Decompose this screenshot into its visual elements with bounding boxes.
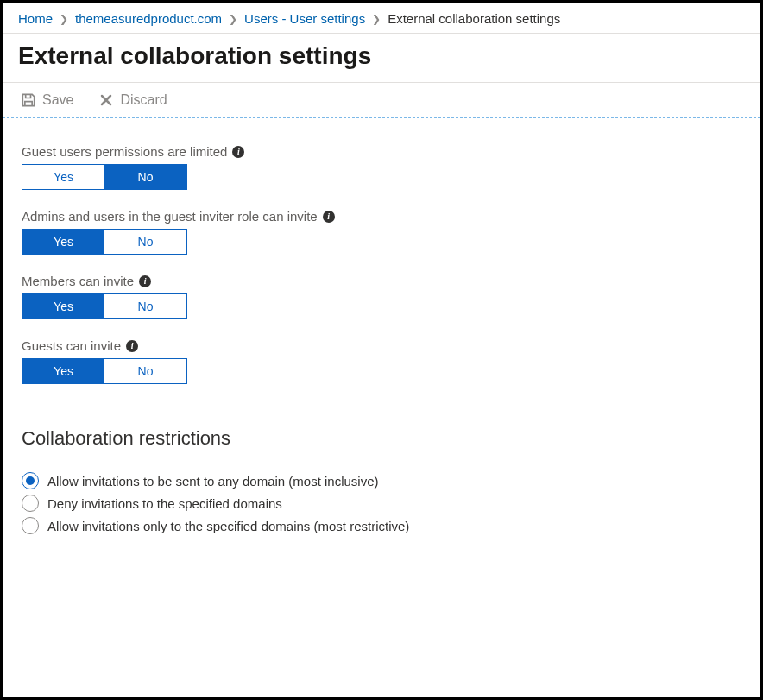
toggle-members-invite[interactable]: Yes No <box>22 293 187 319</box>
toggle-guest-permissions[interactable]: Yes No <box>22 164 187 190</box>
chevron-right-icon: ❯ <box>372 13 381 25</box>
chevron-right-icon: ❯ <box>229 13 237 25</box>
toggle-option-no[interactable]: No <box>104 359 186 383</box>
radio-icon <box>22 517 39 534</box>
radio-icon <box>22 472 39 489</box>
breadcrumb-current: External collaboration settings <box>388 11 560 26</box>
info-icon[interactable]: i <box>126 340 138 352</box>
toolbar: Save Discard <box>3 83 760 117</box>
collaboration-restrictions-group: Allow invitations to be sent to any doma… <box>22 472 741 534</box>
save-button[interactable]: Save <box>20 91 73 109</box>
discard-button-label: Discard <box>120 92 167 108</box>
info-icon[interactable]: i <box>139 275 151 287</box>
toggle-option-no[interactable]: No <box>104 230 186 254</box>
breadcrumb-home[interactable]: Home <box>18 11 53 26</box>
radio-icon <box>22 495 39 512</box>
chevron-right-icon: ❯ <box>60 13 68 25</box>
setting-label: Guests can invite <box>22 338 121 353</box>
radio-allow-only-specified-domains[interactable]: Allow invitations only to the specified … <box>22 517 741 534</box>
save-icon <box>20 91 37 109</box>
info-icon[interactable]: i <box>232 146 244 158</box>
page-title: External collaboration settings <box>3 34 760 82</box>
breadcrumb-users[interactable]: Users - User settings <box>244 11 365 26</box>
setting-label: Guest users permissions are limited <box>22 144 227 159</box>
close-icon <box>98 91 115 109</box>
radio-label: Deny invitations to the specified domain… <box>47 496 282 511</box>
toggle-option-no[interactable]: No <box>104 294 186 318</box>
breadcrumb: Home ❯ themeasuredproduct.com ❯ Users - … <box>3 3 760 34</box>
setting-guest-inviter-role: Admins and users in the guest inviter ro… <box>22 209 741 255</box>
toggle-option-no[interactable]: No <box>104 165 186 189</box>
toggle-guests-invite[interactable]: Yes No <box>22 358 187 384</box>
toggle-option-yes[interactable]: Yes <box>22 230 104 254</box>
info-icon[interactable]: i <box>323 211 335 223</box>
radio-label: Allow invitations only to the specified … <box>47 519 409 533</box>
radio-label: Allow invitations to be sent to any doma… <box>47 474 379 489</box>
discard-button[interactable]: Discard <box>98 91 167 109</box>
setting-label: Members can invite <box>22 274 134 288</box>
breadcrumb-tenant[interactable]: themeasuredproduct.com <box>75 11 222 26</box>
setting-guest-permissions: Guest users permissions are limited i Ye… <box>22 144 741 190</box>
toggle-option-yes[interactable]: Yes <box>22 165 104 189</box>
toggle-option-yes[interactable]: Yes <box>22 294 104 318</box>
save-button-label: Save <box>42 92 73 108</box>
setting-label: Admins and users in the guest inviter ro… <box>22 209 318 224</box>
setting-guests-invite: Guests can invite i Yes No <box>22 338 741 384</box>
radio-deny-specified-domains[interactable]: Deny invitations to the specified domain… <box>22 495 741 512</box>
collaboration-restrictions-heading: Collaboration restrictions <box>22 427 741 450</box>
toggle-option-yes[interactable]: Yes <box>22 359 104 383</box>
setting-members-invite: Members can invite i Yes No <box>22 274 741 319</box>
toggle-guest-inviter-role[interactable]: Yes No <box>22 229 187 255</box>
radio-allow-any-domain[interactable]: Allow invitations to be sent to any doma… <box>22 472 741 489</box>
